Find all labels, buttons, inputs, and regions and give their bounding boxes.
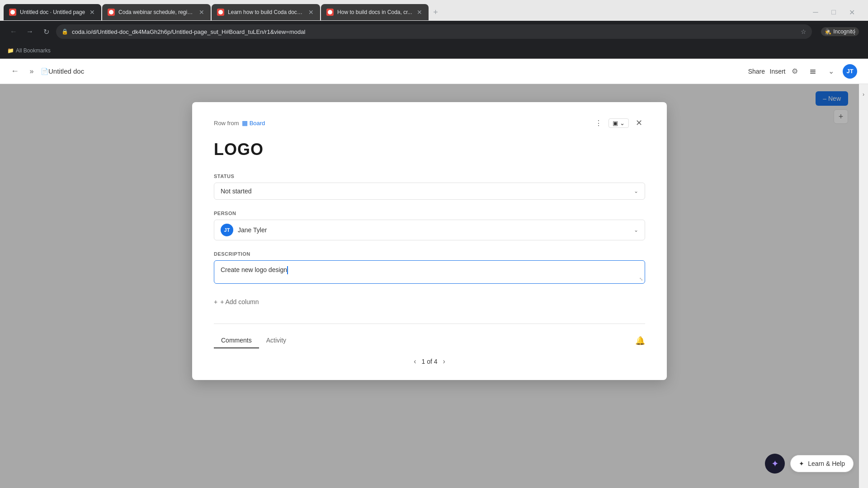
window-controls: ─ □ ✕ <box>810 7 864 18</box>
app-header: ← » 📄 Untitled doc Share Insert ⚙ ⌄ JT <box>0 59 868 84</box>
incognito-icon: 🕵 <box>825 28 831 35</box>
tab-1-favicon <box>9 9 16 16</box>
maximize-button[interactable]: □ <box>828 7 839 18</box>
comments-tab[interactable]: Comments <box>214 333 259 348</box>
person-avatar: JT <box>221 224 233 236</box>
ai-star-icon: ✦ <box>771 458 779 469</box>
modal-title: LOGO <box>214 140 645 159</box>
url-bar[interactable]: 🔒 coda.io/d/Untitled-doc_dk4MaGh2h6p/Unt… <box>56 24 812 39</box>
modal-footer: Comments Activity 🔔 ‹ 1 of 4 › <box>214 324 645 366</box>
person-info: JT Jane Tyler <box>221 224 267 236</box>
prev-page-button[interactable]: ‹ <box>414 357 416 366</box>
modal-overlay[interactable]: Row from ▦ Board ⋮ ▣ ⌄ ✕ <box>0 84 859 488</box>
status-chevron-icon: ⌄ <box>634 188 638 194</box>
tab-1[interactable]: Untitled doc · Untitled page ✕ <box>4 4 101 20</box>
learn-help-button[interactable]: ✦ Learn & Help <box>790 455 854 472</box>
view-toggle-button[interactable]: ▣ ⌄ <box>609 118 629 128</box>
svg-rect-10 <box>810 73 816 74</box>
modal-header: Row from ▦ Board ⋮ ▣ ⌄ ✕ <box>214 117 645 129</box>
status-dropdown[interactable]: Not started ⌄ <box>214 183 645 200</box>
notifications-bell-button[interactable]: 🔔 <box>635 336 645 346</box>
header-actions: Share Insert ⚙ ⌄ JT <box>748 64 857 79</box>
user-avatar[interactable]: JT <box>843 64 857 79</box>
status-value: Not started <box>221 188 251 195</box>
person-name: Jane Tyler <box>238 226 267 234</box>
description-value: Create new logo design <box>221 266 287 273</box>
tab-2[interactable]: Coda webinar schedule, regist... ✕ <box>102 4 211 20</box>
star-button[interactable]: ☆ <box>801 28 807 35</box>
more-options-button[interactable]: ⋮ <box>592 117 605 129</box>
help-icon: ✦ <box>799 460 804 467</box>
board-icon: ▦ <box>242 119 248 127</box>
text-cursor <box>287 266 288 274</box>
tab-4-title: How to build docs in Coda, cr... <box>337 9 412 15</box>
svg-rect-9 <box>810 71 816 72</box>
forward-nav-button[interactable]: → <box>24 25 36 38</box>
chevron-down-button[interactable]: ⌄ <box>825 65 837 78</box>
settings-button[interactable]: ⚙ <box>788 65 801 78</box>
tab-4[interactable]: How to build docs in Coda, cr... ✕ <box>321 4 428 20</box>
learn-help-label: Learn & Help <box>808 460 845 467</box>
doc-icon: 📄 <box>41 68 48 75</box>
view-toggle-icon: ▣ <box>613 120 618 127</box>
menu-button[interactable]: ⋮ <box>848 25 861 38</box>
pagination: ‹ 1 of 4 › <box>214 357 645 366</box>
insert-label: Insert <box>770 68 786 75</box>
tab-4-close[interactable]: ✕ <box>416 9 423 16</box>
main-area: – New + Row from ▦ Board ⋮ <box>0 84 859 488</box>
bookmarks-label: All Bookmarks <box>16 47 51 54</box>
app-content: – New + Row from ▦ Board ⋮ <box>0 84 868 488</box>
row-from-label: Row from <box>214 120 239 127</box>
person-chevron-icon: ⌄ <box>634 227 638 233</box>
board-link[interactable]: ▦ Board <box>242 119 265 127</box>
close-window-button[interactable]: ✕ <box>846 7 857 18</box>
new-tab-button[interactable]: + <box>429 6 442 19</box>
resize-handle[interactable]: ⤡ <box>639 277 643 282</box>
tab-3-title: Learn how to build Coda docs... <box>228 9 304 15</box>
tab-3[interactable]: Learn how to build Coda docs... ✕ <box>212 4 320 20</box>
ai-assistant-button[interactable]: ✦ <box>765 454 785 474</box>
tab-2-title: Coda webinar schedule, regist... <box>118 9 194 15</box>
url-actions: ☆ <box>801 28 807 35</box>
row-from: Row from ▦ Board <box>214 119 265 127</box>
svg-point-3 <box>328 10 332 14</box>
tab-3-favicon <box>217 9 224 16</box>
modal-close-button[interactable]: ✕ <box>632 117 645 129</box>
insert-button[interactable]: Insert <box>770 65 783 78</box>
back-button[interactable]: ← <box>11 66 19 76</box>
view-options-button[interactable] <box>807 65 819 78</box>
svg-point-1 <box>109 10 113 14</box>
bottom-right-actions: ✦ ✦ Learn & Help <box>765 454 854 474</box>
tab-3-close[interactable]: ✕ <box>307 9 315 16</box>
person-label: PERSON <box>214 211 645 216</box>
svg-rect-8 <box>810 70 816 70</box>
lock-icon: 🔒 <box>61 28 68 35</box>
tab-1-close[interactable]: ✕ <box>89 9 96 16</box>
next-page-button[interactable]: › <box>443 357 445 366</box>
bookmarks-button[interactable]: 📁 All Bookmarks <box>7 47 51 54</box>
sidebar-toggle-button[interactable]: » <box>26 66 37 77</box>
activity-tab[interactable]: Activity <box>259 333 293 348</box>
browser-actions: ⊞ 🕵 Incognito ⋮ <box>819 25 861 38</box>
tab-2-favicon <box>108 9 115 16</box>
view-toggle-chevron: ⌄ <box>620 120 625 127</box>
reload-button[interactable]: ↻ <box>40 25 52 38</box>
right-sidebar-toggle[interactable]: › <box>859 84 868 488</box>
status-field-section: STATUS Not started ⌄ <box>214 174 645 200</box>
share-button[interactable]: Share <box>748 68 765 75</box>
add-column-button[interactable]: + + Add column <box>214 295 645 309</box>
description-field[interactable]: Create new logo design ⤡ <box>214 260 645 284</box>
modal-actions: ⋮ ▣ ⌄ ✕ <box>592 117 645 129</box>
person-field-section: PERSON JT Jane Tyler ⌄ <box>214 211 645 240</box>
svg-point-0 <box>10 10 15 14</box>
tab-4-favicon <box>326 9 334 16</box>
tab-2-close[interactable]: ✕ <box>198 9 205 16</box>
bookmarks-bar: 📁 All Bookmarks <box>0 42 868 59</box>
doc-title: Untitled doc <box>48 67 84 75</box>
profile-button[interactable]: 🕵 Incognito <box>834 25 846 38</box>
person-dropdown[interactable]: JT Jane Tyler ⌄ <box>214 220 645 240</box>
address-bar: ← → ↻ 🔒 coda.io/d/Untitled-doc_dk4MaGh2h… <box>0 21 868 42</box>
back-nav-button[interactable]: ← <box>7 25 20 38</box>
footer-tabs: Comments Activity <box>214 333 293 348</box>
minimize-button[interactable]: ─ <box>810 7 821 18</box>
